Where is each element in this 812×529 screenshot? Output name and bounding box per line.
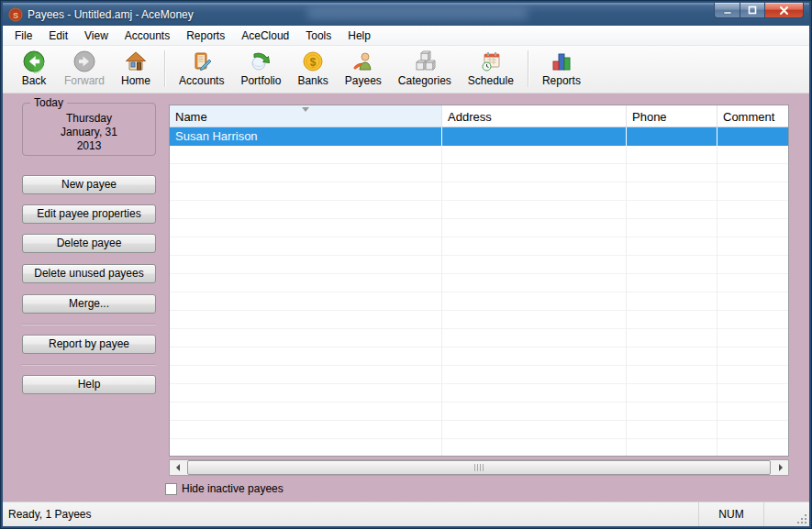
status-text: Ready, 1 Payees <box>3 508 698 521</box>
scroll-right-icon <box>779 464 783 471</box>
menu-bar: File Edit View Accounts Reports AceCloud… <box>3 26 809 46</box>
column-header-phone[interactable]: Phone <box>627 105 717 127</box>
horizontal-scrollbar[interactable] <box>169 459 789 476</box>
scroll-left-icon <box>176 464 180 471</box>
table-header: Name Address Phone Comment <box>170 105 788 127</box>
hide-inactive-checkbox[interactable] <box>165 483 177 495</box>
menu-reports[interactable]: Reports <box>178 27 233 45</box>
maximize-icon <box>748 6 757 15</box>
sidebar-divider <box>22 324 156 325</box>
table-row[interactable]: Susan Harrison <box>170 127 788 146</box>
reports-icon <box>550 50 573 73</box>
sidebar: Today Thursday January, 31 2013 New paye… <box>7 94 169 501</box>
forward-icon <box>72 50 96 73</box>
blurred-watermark <box>307 7 528 19</box>
payee-comment-cell <box>717 127 788 146</box>
resize-grip-icon[interactable] <box>795 512 808 525</box>
categories-icon <box>413 50 437 73</box>
payee-list-area: Name Address Phone Comment Susan Harriso… <box>169 94 809 501</box>
payees-label: Payees <box>345 74 382 87</box>
accounts-label: Accounts <box>179 74 224 87</box>
payees-icon <box>351 50 375 73</box>
titlebar: S Payees - Untitled.amj - AceMoney <box>3 3 809 26</box>
minimize-button[interactable] <box>714 3 740 18</box>
delete-payee-button[interactable]: Delete payee <box>22 234 156 253</box>
portfolio-button[interactable]: Portfolio <box>232 48 289 89</box>
empty-rows <box>170 146 788 456</box>
categories-label: Categories <box>398 74 451 87</box>
back-label: Back <box>22 74 47 87</box>
scrollbar-thumb[interactable] <box>187 460 771 475</box>
banks-label: Banks <box>297 74 328 87</box>
sidebar-divider <box>22 364 156 365</box>
home-button[interactable]: Home <box>113 48 159 89</box>
categories-button[interactable]: Categories <box>390 48 460 89</box>
schedule-icon <box>479 50 503 73</box>
svg-text:S: S <box>13 10 18 19</box>
back-button[interactable]: Back <box>12 48 56 89</box>
close-icon <box>779 6 789 16</box>
accounts-icon <box>190 50 214 73</box>
back-icon <box>22 50 46 73</box>
scrollbar-grip-icon <box>474 464 484 471</box>
today-label: Today <box>30 96 67 110</box>
menu-edit[interactable]: Edit <box>40 27 76 45</box>
column-header-name[interactable]: Name <box>170 105 442 127</box>
menu-accounts[interactable]: Accounts <box>117 27 178 45</box>
toolbar-separator <box>164 50 165 87</box>
banks-button[interactable]: $ Banks <box>289 48 336 89</box>
portfolio-icon <box>249 50 273 73</box>
menu-help[interactable]: Help <box>339 27 379 45</box>
new-payee-button[interactable]: New payee <box>22 175 156 194</box>
column-header-address[interactable]: Address <box>442 105 627 127</box>
menu-view[interactable]: View <box>76 27 117 45</box>
menu-tools[interactable]: Tools <box>297 27 339 45</box>
menu-acecloud[interactable]: AceCloud <box>233 27 297 45</box>
payee-phone-cell <box>627 127 717 146</box>
app-window: S Payees - Untitled.amj - AceMoney File … <box>0 0 812 529</box>
edit-payee-properties-button[interactable]: Edit payee properties <box>22 204 156 224</box>
payee-address-cell <box>442 127 627 146</box>
menu-file[interactable]: File <box>6 27 40 45</box>
hide-inactive-row: Hide inactive payees <box>165 482 284 495</box>
banks-icon: $ <box>301 50 325 73</box>
hide-inactive-label: Hide inactive payees <box>182 482 284 495</box>
status-bar: Ready, 1 Payees NUM <box>3 501 809 526</box>
reports-label: Reports <box>542 74 581 87</box>
payee-table: Name Address Phone Comment Susan Harriso… <box>169 105 789 457</box>
payees-button[interactable]: Payees <box>337 48 390 89</box>
scroll-left-button[interactable] <box>170 460 185 475</box>
home-icon <box>124 50 148 73</box>
maximize-button[interactable] <box>740 3 765 18</box>
delete-unused-payees-button[interactable]: Delete unused payees <box>22 264 156 283</box>
help-button[interactable]: Help <box>22 375 156 394</box>
portfolio-label: Portfolio <box>240 74 281 87</box>
toolbar-separator <box>528 50 528 87</box>
acemoney-logo-icon: S <box>8 7 23 22</box>
forward-label: Forward <box>64 74 105 87</box>
today-date: January, 31 <box>23 126 155 139</box>
today-year: 2013 <box>23 139 155 153</box>
content-area: Today Thursday January, 31 2013 New paye… <box>3 94 809 501</box>
schedule-label: Schedule <box>468 74 514 87</box>
toolbar: Back Forward Home <box>3 46 809 94</box>
scroll-right-button[interactable] <box>773 460 788 475</box>
home-label: Home <box>121 74 150 87</box>
report-by-payee-button[interactable]: Report by payee <box>22 335 156 354</box>
forward-button[interactable]: Forward <box>56 48 113 89</box>
today-groupbox: Today Thursday January, 31 2013 <box>22 103 156 156</box>
sort-descending-icon <box>302 107 309 112</box>
minimize-icon <box>723 6 732 15</box>
window-title: Payees - Untitled.amj - AceMoney <box>28 8 194 21</box>
close-button[interactable] <box>765 3 804 18</box>
accounts-button[interactable]: Accounts <box>171 48 232 89</box>
today-weekday: Thursday <box>23 112 155 126</box>
reports-button[interactable]: Reports <box>534 48 589 89</box>
payee-name-cell: Susan Harrison <box>170 127 442 146</box>
merge-button[interactable]: Merge... <box>22 294 156 314</box>
svg-text:$: $ <box>310 56 317 69</box>
schedule-button[interactable]: Schedule <box>460 48 522 89</box>
num-lock-indicator: NUM <box>698 502 764 526</box>
column-header-comment[interactable]: Comment <box>717 105 788 127</box>
